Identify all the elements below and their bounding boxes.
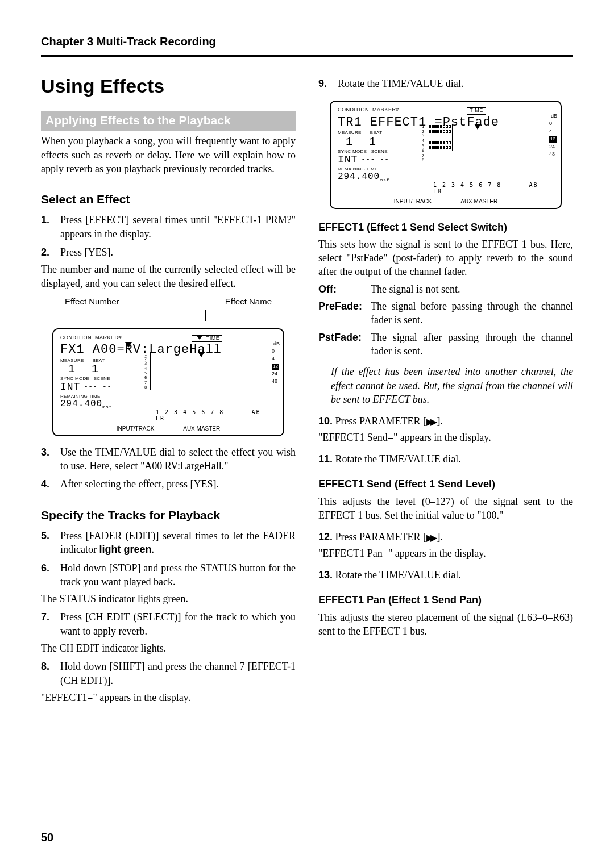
lbl-remaining: REMAINING TIME — [338, 166, 378, 172]
param-desc-effect1-send: This adjusts the level (0–127) of the si… — [318, 495, 573, 523]
step-number: 6. — [41, 561, 60, 589]
lbl-beat: BEAT — [93, 358, 105, 363]
scene-value: --- -- — [361, 156, 389, 164]
lbl-beat: BEAT — [370, 130, 383, 135]
lbl-time: TIME — [467, 107, 486, 115]
step-number: 2. — [41, 245, 60, 259]
def-term: Off: — [318, 282, 371, 296]
step-number: 1. — [41, 213, 60, 241]
step-number: 9. — [318, 77, 338, 90]
step-13: 13. Rotate the TIME/VALUE dial. — [318, 568, 573, 582]
after-step-12: "EFFECT1 Pan=" appears in the display. — [318, 546, 573, 560]
lbl-marker: MARKER# — [95, 335, 122, 340]
def-prefade: PreFade: The signal before passing throu… — [318, 299, 573, 327]
lbl-scene: SCENE — [371, 149, 388, 154]
after-step-6: The STATUS indicator lights green. — [41, 592, 296, 606]
fast-forward-icon: ▶▶ — [426, 416, 434, 428]
lr-label: LR — [156, 415, 165, 422]
beat-value: 1 — [364, 136, 381, 148]
step-10: 10. Press PARAMETER [▶▶ ]. — [318, 414, 573, 428]
step-9: 9. Rotate the TIME/VALUE dial. — [318, 77, 573, 90]
step-8: 8. Hold down [SHIFT] and press the chann… — [41, 660, 296, 687]
measure-value: 1 — [338, 136, 360, 148]
step-number: 3. — [41, 445, 60, 473]
step-3: 3. Use the TIME/VALUE dial to select the… — [41, 445, 296, 473]
step-1: 1. Press [EFFECT] several times until "E… — [41, 213, 296, 241]
param-desc-effect1-switch: This sets how the signal is sent to the … — [318, 237, 573, 279]
step-text: Press [YES]. — [60, 245, 296, 259]
figure1-labels: Effect Number Effect Name — [65, 296, 272, 307]
lbl-marker: MARKER# — [372, 107, 399, 112]
db-scale: -dB 0 4 12 24 48 — [272, 340, 280, 386]
def-term: PstFade: — [318, 331, 371, 358]
lbl-condition: CONDITION — [338, 107, 369, 112]
step-text: Rotate the TIME/VALUE dial. — [338, 77, 573, 90]
aux-master-label: AUX MASTER — [460, 198, 497, 205]
step-6: 6. Hold down [STOP] and press the STATUS… — [41, 561, 296, 589]
page-title: Using Effects — [41, 73, 296, 99]
def-definition: The signal is not sent. — [371, 282, 573, 296]
rule — [41, 55, 573, 57]
step-4: 4. After selecting the effect, press [YE… — [41, 477, 296, 491]
pointer-effect-name — [196, 352, 207, 358]
left-column: Using Effects Applying Effects to the Pl… — [41, 73, 296, 708]
lbl-remaining: REMAINING TIME — [60, 394, 101, 399]
lcd-figure-1: CONDITION MARKER# TIME FX1 A00=RV:LargeH… — [52, 328, 284, 436]
lbl-time: TIME — [206, 335, 220, 341]
param-head-effect1-switch: EFFECT1 (Effect 1 Send Select Switch) — [318, 220, 573, 234]
level-meters: 12345678 — [150, 352, 155, 390]
after-step-7: The CH EDIT indicator lights. — [41, 641, 296, 655]
after-step-10: "EFFECT1 Send=" appears in the display. — [318, 431, 573, 444]
lbl-sync: SYNC MODE — [60, 376, 89, 381]
def-pstfade: PstFade: The signal after passing throug… — [318, 331, 573, 358]
fast-forward-icon: ▶▶ — [426, 532, 434, 544]
after-step-8: "EFFECT1=" appears in the display. — [41, 691, 296, 704]
sync-value: INT — [60, 382, 80, 393]
step-text: Press [EFFECT] several times until "EFFE… — [60, 213, 296, 241]
lbl-condition: CONDITION — [60, 335, 92, 340]
def-definition: The signal after passing through the cha… — [371, 331, 573, 358]
lr-label: LR — [433, 188, 442, 194]
param-desc-effect1-pan: This adjusts the stereo placement of the… — [318, 611, 573, 639]
after-step-2: The number and name of the currently sel… — [41, 262, 296, 290]
channel-numbers: 1 2 3 4 5 6 7 8 — [433, 182, 501, 188]
step-number: 8. — [41, 660, 60, 687]
step-text: Use the TIME/VALUE dial to select the ef… — [60, 445, 296, 473]
channel-numbers: 1 2 3 4 5 6 7 8 — [156, 409, 224, 415]
step-number: 4. — [41, 477, 60, 491]
two-column-layout: Using Effects Applying Effects to the Pl… — [41, 73, 573, 708]
scene-value: --- -- — [84, 383, 111, 391]
def-term: PreFade: — [318, 299, 371, 327]
lbl-measure: MEASURE — [338, 130, 362, 135]
step-7: 7. Press [CH EDIT (SELECT)] for the trac… — [41, 610, 296, 638]
step-text: Press [FADER (EDIT)] several times to le… — [60, 529, 296, 557]
right-column: 9. Rotate the TIME/VALUE dial. CONDITION… — [318, 73, 573, 708]
pointer-effect-number — [123, 342, 134, 348]
time-pointer-icon — [197, 336, 202, 340]
sync-value: INT — [338, 155, 358, 166]
step-text: Hold down [SHIFT] and press the channel … — [60, 660, 296, 687]
input-track-label: INPUT/TRACK — [394, 198, 432, 205]
db-scale: -dB 0 4 12 24 48 — [549, 112, 557, 158]
step-5: 5. Press [FADER (EDIT)] several times to… — [41, 529, 296, 557]
label-effect-name: Effect Name — [225, 296, 272, 307]
beat-value: 1 — [86, 363, 103, 375]
step-number: 5. — [41, 529, 60, 557]
param-head-effect1-send: EFFECT1 Send (Effect 1 Send Level) — [318, 477, 573, 491]
param-head-effect1-pan: EFFECT1 Pan (Effect 1 Send Pan) — [318, 593, 573, 607]
input-track-label: INPUT/TRACK — [117, 425, 155, 432]
label-effect-number: Effect Number — [65, 296, 119, 307]
step-text: Press [CH EDIT (SELECT)] for the track t… — [60, 610, 296, 638]
note-insert-effect: If the effect has been inserted into ano… — [331, 365, 573, 406]
lbl-measure: MEASURE — [60, 358, 84, 363]
lbl-sync: SYNC MODE — [338, 149, 367, 154]
ab-label: AB — [529, 182, 538, 188]
ab-label: AB — [251, 409, 260, 415]
subheading-select-effect: Select an Effect — [41, 191, 296, 207]
pointer-value — [472, 124, 483, 130]
section-banner: Applying Effects to the Playback — [41, 111, 296, 131]
page: Chapter 3 Multi-Track Recording Using Ef… — [0, 0, 614, 868]
level-meters: 12345678 — [428, 124, 453, 151]
step-12: 12. Press PARAMETER [▶▶ ]. — [318, 530, 573, 544]
chapter-heading: Chapter 3 Multi-Track Recording — [41, 34, 573, 49]
